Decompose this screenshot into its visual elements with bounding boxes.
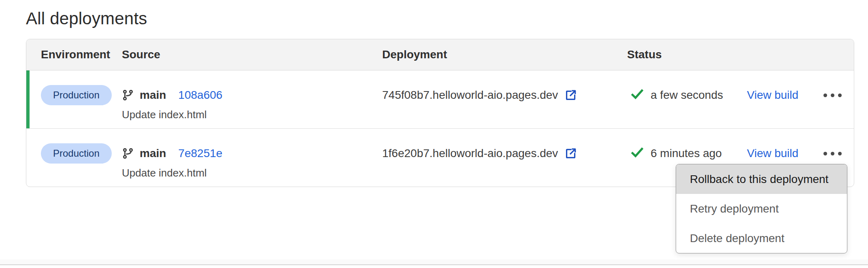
page-bottom-divider [0, 259, 868, 265]
environment-cell: Production [41, 143, 122, 164]
branch-name: main [140, 89, 166, 102]
deployment-cell: 745f08b7.helloworld-aio.pages.dev [382, 85, 627, 105]
environment-badge: Production [41, 143, 112, 164]
table-row: Production main 108a606 Update index.htm… [26, 70, 854, 129]
status-cell: a few seconds View build [627, 85, 854, 105]
external-link-icon[interactable] [564, 89, 577, 102]
environment-badge: Production [41, 85, 112, 105]
current-deployment-indicator [26, 70, 30, 128]
menu-item-delete[interactable]: Delete deployment [676, 223, 847, 253]
deployment-url: 745f08b7.helloworld-aio.pages.dev [382, 89, 558, 102]
source-cell: main 7e8251e Update index.html [122, 143, 382, 179]
more-actions-button[interactable] [823, 143, 842, 164]
status-cell: 6 minutes ago View build [627, 143, 854, 164]
check-icon [630, 146, 644, 161]
external-link-icon[interactable] [564, 147, 577, 160]
commit-link[interactable]: 108a606 [178, 89, 222, 102]
menu-item-rollback[interactable]: Rollback to this deployment [676, 164, 847, 194]
deployment-url: 1f6e20b7.helloworld-aio.pages.dev [382, 147, 558, 160]
column-header-deployment: Deployment [382, 48, 627, 61]
git-branch-icon [122, 89, 134, 101]
view-build-link[interactable]: View build [747, 85, 798, 105]
commit-message: Update index.html [122, 167, 382, 179]
status-time: a few seconds [651, 89, 723, 102]
deployment-actions-menu: Rollback to this deployment Retry deploy… [676, 164, 847, 253]
deployment-cell: 1f6e20b7.helloworld-aio.pages.dev [382, 143, 627, 164]
page-title: All deployments [26, 8, 147, 29]
column-header-source: Source [122, 48, 382, 61]
git-branch-icon [122, 147, 134, 160]
commit-message: Update index.html [122, 108, 382, 121]
check-icon [630, 87, 644, 103]
column-header-status: Status [627, 48, 854, 61]
branch-name: main [140, 147, 166, 160]
column-header-environment: Environment [41, 48, 122, 61]
more-actions-button[interactable] [823, 85, 842, 105]
view-build-link[interactable]: View build [747, 143, 798, 164]
environment-cell: Production [41, 85, 122, 105]
table-header-row: Environment Source Deployment Status [26, 39, 854, 70]
commit-link[interactable]: 7e8251e [178, 147, 222, 160]
menu-item-retry[interactable]: Retry deployment [676, 194, 847, 223]
source-cell: main 108a606 Update index.html [122, 85, 382, 121]
status-time: 6 minutes ago [651, 147, 722, 160]
